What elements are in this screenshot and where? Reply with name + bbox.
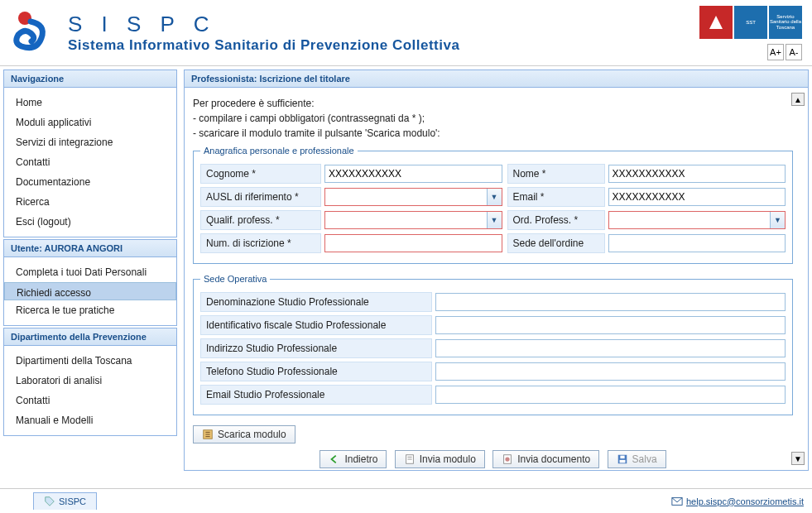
region-label-icon: Servizio Sanitario della Toscana [769, 6, 802, 39]
label-nome: Nome * [507, 164, 605, 184]
label-ind: Indirizzo Studio Professionale [200, 338, 432, 358]
intro-line1: Per procedere è sufficiente: [193, 96, 793, 111]
nav-ricerca[interactable]: Ricerca [4, 192, 176, 212]
label-qualif: Qualif. profess. * [200, 210, 321, 230]
invia-modulo-label: Invia modulo [420, 453, 476, 465]
help-email-link[interactable]: help.sispc@consorziometis.it [671, 492, 804, 510]
invia-documento-label: Invia documento [517, 453, 590, 465]
legend-anagrafica: Anagrafica personale e professionale [200, 146, 358, 156]
scroll-up-button[interactable]: ▲ [791, 93, 805, 106]
select-ord[interactable] [608, 211, 786, 229]
user-header: Utente: AURORA ANGORI [4, 240, 176, 257]
input-tel[interactable] [435, 362, 786, 381]
dept-toscana[interactable]: Dipartimenti della Toscana [4, 351, 176, 371]
intro-line2: - compilare i campi obbligatori (contras… [193, 111, 793, 126]
invia-documento-button[interactable]: Invia documento [492, 450, 599, 468]
user-completa[interactable]: Completa i tuoi Dati Personali [4, 262, 176, 282]
region-flag-icon [699, 6, 733, 39]
fieldset-sede: Sede Operativa Denominazione Studio Prof… [193, 274, 793, 415]
region-logos: SST Servizio Sanitario della Toscana [698, 6, 802, 39]
nav-panel: Navigazione Home Moduli applicativi Serv… [3, 70, 177, 237]
help-email-text: help.sispc@consorziometis.it [686, 496, 804, 506]
input-idf[interactable] [435, 316, 786, 334]
dept-header: Dipartimento della Prevenzione [4, 328, 176, 346]
indietro-button[interactable]: Indietro [320, 450, 387, 468]
dept-contatti[interactable]: Contatti [4, 391, 176, 410]
label-numisc: Num. di iscrizione * [200, 233, 321, 253]
font-increase-button[interactable]: A+ [767, 44, 784, 60]
label-ausl: AUSL di riferimento * [200, 187, 321, 207]
fieldset-anagrafica: Anagrafica personale e professionale Cog… [193, 146, 793, 264]
input-numisc[interactable] [324, 234, 502, 252]
salva-button[interactable]: Salva [608, 450, 666, 468]
svg-rect-6 [620, 456, 624, 459]
nav-logout[interactable]: Esci (logout) [4, 212, 176, 232]
input-nome[interactable] [608, 165, 786, 183]
intro-line3: - scaricare il modulo tramite il pulsant… [193, 126, 793, 141]
intro-text: Per procedere è sufficiente: - compilare… [193, 96, 793, 141]
app-logo [10, 10, 51, 55]
select-ausl[interactable] [324, 188, 502, 206]
user-panel: Utente: AURORA ANGORI Completa i tuoi Da… [3, 239, 177, 326]
dept-panel: Dipartimento della Prevenzione Dipartime… [3, 328, 177, 436]
label-sedeord: Sede dell'ordine [507, 233, 605, 253]
dept-laboratori[interactable]: Laboratori di analisi [4, 371, 176, 391]
nav-servizi[interactable]: Servizi di integrazione [4, 132, 176, 152]
footer-tab-sispc[interactable]: SISPC [33, 492, 97, 510]
nav-documentazione[interactable]: Documentazione [4, 172, 176, 192]
select-qualif[interactable] [324, 211, 502, 229]
invia-modulo-button[interactable]: Invia modulo [395, 450, 485, 468]
save-icon [617, 453, 628, 465]
svg-point-4 [506, 457, 510, 461]
send-document-icon [502, 453, 513, 465]
nav-moduli[interactable]: Moduli applicativi [4, 113, 176, 132]
main-title: Professionista: Iscrizione del titolare [185, 70, 808, 88]
label-cognome: Cognome * [200, 164, 321, 184]
input-email[interactable] [608, 188, 786, 206]
label-ord: Ord. Profess. * [507, 210, 605, 230]
main-panel: Professionista: Iscrizione del titolare … [184, 70, 809, 471]
input-cognome[interactable] [324, 165, 502, 183]
label-eml: Email Studio Professionale [200, 385, 432, 405]
svg-rect-7 [619, 460, 625, 463]
dropdown-qualif-icon[interactable]: ▼ [487, 212, 502, 228]
input-ind[interactable] [435, 339, 786, 357]
app-title: S I S P C Sistema Informativo Sanitario … [68, 12, 459, 54]
app-title-short: S I S P C [68, 12, 459, 37]
back-arrow-icon [329, 453, 340, 465]
dropdown-ausl-icon[interactable]: ▼ [487, 189, 502, 205]
sst-logo-icon: SST [734, 6, 767, 39]
download-icon [202, 429, 214, 440]
tag-icon [44, 496, 55, 507]
app-header: S I S P C Sistema Informativo Sanitario … [0, 0, 812, 66]
nav-home[interactable]: Home [4, 93, 176, 113]
nav-header: Navigazione [4, 70, 176, 88]
scarica-modulo-label: Scarica modulo [218, 429, 286, 440]
dept-manuali[interactable]: Manuali e Modelli [4, 410, 176, 430]
font-decrease-button[interactable]: A- [786, 44, 802, 60]
legend-sede: Sede Operativa [200, 274, 270, 284]
user-richiedi-accesso[interactable]: Richiedi accesso [4, 282, 176, 300]
dropdown-ord-icon[interactable]: ▼ [770, 212, 785, 228]
label-idf: Identificativo fiscale Studio Profession… [200, 315, 432, 335]
user-ricerca-pratiche[interactable]: Ricerca le tue pratiche [4, 300, 176, 320]
label-den: Denominazione Studio Professionale [200, 292, 432, 312]
input-den[interactable] [435, 293, 786, 311]
salva-label: Salva [632, 453, 657, 465]
app-title-long: Sistema Informativo Sanitario di Prevenz… [68, 37, 459, 54]
nav-contatti[interactable]: Contatti [4, 152, 176, 172]
mail-icon [671, 496, 683, 507]
footer: SISPC help.sispc@consorziometis.it [0, 488, 812, 510]
label-email: Email * [507, 187, 605, 207]
send-module-icon [404, 453, 416, 465]
label-tel: Telefono Studio Professionale [200, 362, 432, 381]
indietro-label: Indietro [344, 453, 377, 465]
scarica-modulo-button[interactable]: Scarica modulo [193, 425, 295, 443]
input-eml[interactable] [435, 386, 786, 404]
input-sedeord[interactable] [608, 234, 786, 252]
footer-tab-label: SISPC [59, 496, 86, 506]
scroll-down-button[interactable]: ▼ [791, 452, 805, 465]
